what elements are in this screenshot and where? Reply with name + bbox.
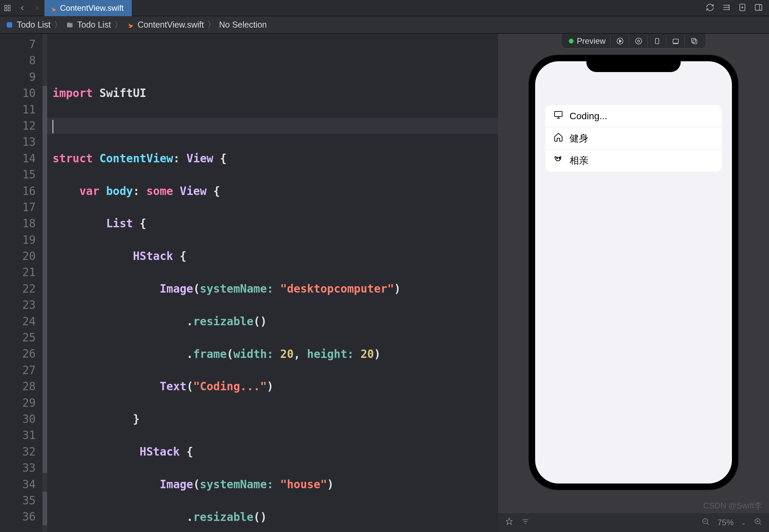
- line-number: 22: [0, 281, 42, 297]
- preview-label: Preview: [577, 36, 606, 46]
- line-number: 19: [0, 232, 42, 248]
- nav-forward-icon[interactable]: [30, 0, 44, 16]
- line-number: 14: [0, 151, 42, 167]
- fold-ribbon: [42, 34, 47, 532]
- tab-label: ContentView.swift: [60, 3, 124, 13]
- refresh-icon[interactable]: [706, 3, 714, 13]
- nav-back-icon[interactable]: [15, 0, 30, 16]
- canvas-panel: Preview Coding...: [498, 34, 769, 532]
- chevron-down-icon[interactable]: ⌄: [741, 519, 746, 526]
- svg-point-26: [557, 158, 558, 159]
- line-number: 21: [0, 264, 42, 280]
- live-button[interactable]: [611, 35, 629, 47]
- list-icon[interactable]: [722, 3, 731, 13]
- svg-rect-2: [5, 8, 7, 10]
- theatermasks-icon: [553, 155, 563, 167]
- svg-rect-18: [655, 38, 659, 44]
- status-dot-icon: [569, 39, 574, 43]
- line-number: 9: [0, 69, 42, 85]
- selectable-button[interactable]: [630, 35, 648, 47]
- line-number: 28: [0, 378, 42, 395]
- tab-contentview[interactable]: ContentView.swift: [44, 0, 132, 16]
- variants-button[interactable]: [667, 35, 685, 47]
- zoom-in-icon[interactable]: [753, 517, 762, 528]
- svg-line-35: [759, 523, 761, 525]
- house-icon: [553, 132, 563, 144]
- breadcrumb: Todo List 〉 Todo List 〉 ContentView.swif…: [0, 16, 769, 34]
- folder-icon: [66, 21, 74, 29]
- line-number: 15: [0, 167, 42, 183]
- device-settings-button[interactable]: [648, 35, 666, 47]
- line-number: 23: [0, 297, 42, 313]
- line-number: 7: [0, 36, 42, 53]
- preview-mode-button[interactable]: Preview: [564, 35, 611, 47]
- code-editor[interactable]: 7 8 9 10 11 12 13 14 15 16 17 18 19 20 2…: [0, 34, 498, 532]
- preview-list: Coding... 健身 相亲: [545, 105, 722, 172]
- zoom-out-icon[interactable]: [701, 517, 710, 528]
- line-number: 18: [0, 215, 42, 232]
- svg-rect-21: [693, 40, 697, 44]
- app-icon: [5, 21, 13, 29]
- svg-rect-13: [7, 22, 12, 28]
- tab-bar: ContentView.swift: [0, 0, 769, 16]
- svg-rect-3: [8, 8, 10, 10]
- code-content[interactable]: import SwiftUI struct ContentView: View …: [47, 34, 498, 532]
- line-number: 34: [0, 476, 42, 493]
- zoom-level[interactable]: 75%: [717, 518, 734, 527]
- svg-point-17: [638, 40, 640, 42]
- svg-point-16: [636, 38, 642, 44]
- line-number: 33: [0, 460, 42, 476]
- duplicate-preview-button[interactable]: [685, 35, 703, 47]
- line-number: 26: [0, 346, 42, 362]
- pin-icon[interactable]: [505, 517, 514, 528]
- list-item-label: Coding...: [570, 111, 607, 122]
- crumb-file[interactable]: ContentView.swift: [137, 20, 204, 30]
- add-file-icon[interactable]: [738, 3, 747, 13]
- filter-icon[interactable]: [521, 517, 530, 528]
- line-number: 12: [0, 118, 42, 134]
- line-number: 30: [0, 411, 42, 427]
- list-item[interactable]: 相亲: [545, 149, 722, 172]
- device-screen[interactable]: Coding... 健身 相亲: [535, 61, 732, 484]
- list-item-label: 相亲: [570, 154, 588, 167]
- chevron-icon: 〉: [114, 19, 123, 30]
- list-item-label: 健身: [570, 132, 588, 145]
- list-item[interactable]: Coding...: [545, 105, 722, 127]
- line-number: 24: [0, 313, 42, 330]
- chevron-icon: 〉: [207, 19, 216, 30]
- tabbar-right-controls: [706, 3, 769, 13]
- text-cursor: [53, 120, 53, 133]
- svg-rect-1: [8, 5, 10, 7]
- swift-file-icon: [50, 5, 57, 11]
- line-number: 20: [0, 248, 42, 264]
- device-frame: Coding... 健身 相亲: [529, 55, 738, 490]
- canvas-footer: 75% ⌄: [498, 513, 769, 532]
- line-number: 29: [0, 395, 42, 411]
- line-number: 8: [0, 53, 42, 69]
- line-number: 11: [0, 102, 42, 118]
- line-number: 25: [0, 330, 42, 346]
- grid-icon[interactable]: [0, 0, 15, 16]
- swift-file-icon: [126, 21, 134, 29]
- line-number: 17: [0, 199, 42, 215]
- crumb-selection[interactable]: No Selection: [219, 20, 267, 30]
- line-number: 31: [0, 427, 42, 443]
- svg-rect-23: [555, 111, 562, 117]
- svg-rect-19: [673, 39, 678, 43]
- svg-marker-15: [619, 40, 621, 42]
- line-number: 13: [0, 134, 42, 150]
- crumb-folder[interactable]: Todo List: [77, 20, 111, 30]
- line-number: 35: [0, 493, 42, 509]
- crumb-project[interactable]: Todo List: [17, 20, 51, 30]
- svg-point-27: [559, 158, 560, 159]
- line-number: 10: [0, 85, 42, 101]
- line-number: 32: [0, 444, 42, 460]
- panel-toggle-icon[interactable]: [754, 3, 763, 13]
- desktop-icon: [553, 110, 563, 122]
- svg-rect-22: [691, 38, 696, 42]
- svg-rect-0: [5, 5, 7, 7]
- list-item[interactable]: 健身: [545, 127, 722, 149]
- line-number: 27: [0, 362, 42, 378]
- line-number: 16: [0, 183, 42, 199]
- line-number: 36: [0, 509, 42, 525]
